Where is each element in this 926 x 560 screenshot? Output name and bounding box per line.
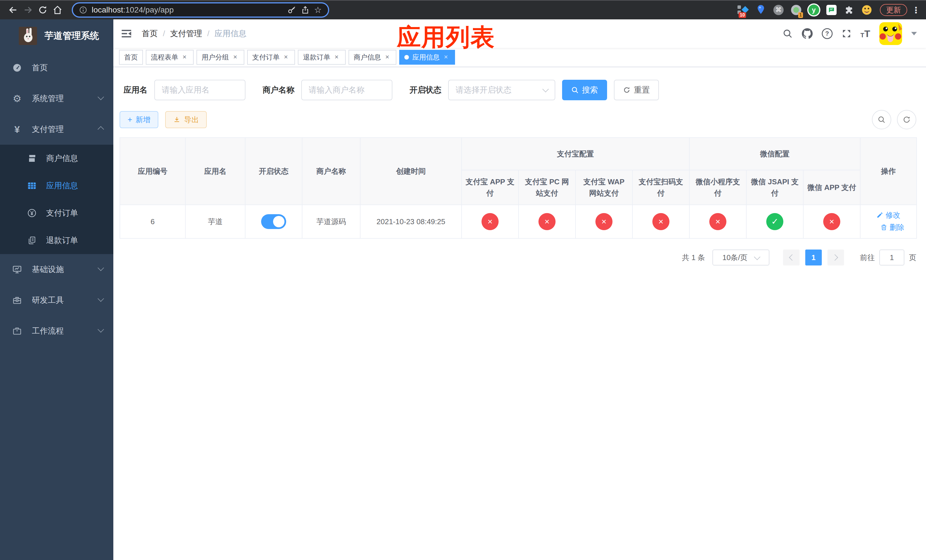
cell-alipay-qr: × xyxy=(632,205,689,238)
command-extension-icon[interactable]: ⌘ xyxy=(773,4,784,16)
rabbit-logo-icon xyxy=(19,27,37,45)
breadcrumb-separator: / xyxy=(207,29,210,38)
cross-circle-icon: × xyxy=(709,213,726,230)
next-page-button[interactable] xyxy=(828,250,844,265)
font-size-icon[interactable]: TT xyxy=(861,29,870,38)
chevron-down-icon xyxy=(98,295,104,302)
chevron-left-icon xyxy=(789,254,796,261)
breadcrumb-separator: / xyxy=(163,29,165,38)
plus-icon: + xyxy=(127,116,132,124)
goto-page-input[interactable] xyxy=(879,250,904,265)
emoji-avatar-icon[interactable] xyxy=(861,4,873,16)
column-header-merchant: 商户名称 xyxy=(302,138,360,205)
breadcrumb-payment[interactable]: 支付管理 xyxy=(170,28,202,39)
cell-alipay-pc: × xyxy=(519,205,575,238)
sidebar-item-payment[interactable]: ¥ 支付管理 xyxy=(0,114,113,145)
status-select[interactable] xyxy=(448,80,555,100)
sidebar-item-workflow[interactable]: 工作流程 xyxy=(0,316,113,347)
browser-update-button[interactable]: 更新 xyxy=(880,4,907,16)
help-icon[interactable]: ? xyxy=(822,28,832,39)
close-icon[interactable]: × xyxy=(383,53,391,61)
pin-extension-icon[interactable]: 10 xyxy=(737,4,749,16)
chevron-right-icon xyxy=(832,254,838,261)
search-icon xyxy=(878,116,885,124)
dashboard-icon xyxy=(12,63,22,73)
tag-merchant-info[interactable]: 商户信息× xyxy=(348,50,396,65)
fullscreen-icon[interactable] xyxy=(842,29,851,38)
url-text[interactable]: localhost:1024/pay/app xyxy=(92,5,174,15)
extension-icons: 10 ⌘ 1 y xyxy=(737,4,873,16)
close-icon[interactable]: × xyxy=(442,53,450,61)
browser-forward-button[interactable] xyxy=(21,3,35,17)
browser-home-button[interactable] xyxy=(50,3,65,17)
bookmark-star-icon[interactable]: ☆ xyxy=(314,6,322,14)
extensions-puzzle-icon[interactable] xyxy=(843,4,855,16)
share-icon[interactable] xyxy=(301,6,310,14)
sidebar-item-merchant-info[interactable]: 商户信息 xyxy=(0,145,113,172)
balloon-extension-icon[interactable] xyxy=(755,4,767,16)
cell-app-id: 6 xyxy=(120,205,185,238)
download-icon xyxy=(173,116,180,123)
breadcrumb-home[interactable]: 首页 xyxy=(142,28,158,39)
sidebar-item-refund-orders[interactable]: 退款订单 xyxy=(0,227,113,254)
github-icon[interactable] xyxy=(802,28,813,39)
column-header-status: 开启状态 xyxy=(245,138,302,205)
merchant-name-label: 商户名称 xyxy=(263,85,294,95)
add-button[interactable]: + 新增 xyxy=(120,111,158,128)
search-form: 应用名 商户名称 开启状态 xyxy=(124,80,916,100)
status-toggle[interactable] xyxy=(261,214,286,229)
site-info-icon[interactable] xyxy=(79,6,87,14)
browser-back-button[interactable] xyxy=(6,3,21,17)
address-bar[interactable]: localhost:1024/pay/app ☆ xyxy=(72,2,329,18)
tag-app-info[interactable]: 应用信息× xyxy=(399,50,455,65)
export-button[interactable]: 导出 xyxy=(165,111,207,128)
sidebar-item-infrastructure[interactable]: 基础设施 xyxy=(0,254,113,285)
user-avatar[interactable] xyxy=(879,22,902,45)
sidebar-item-app-info[interactable]: 应用信息 xyxy=(0,172,113,200)
toggle-search-button[interactable] xyxy=(872,110,891,129)
search-button[interactable]: 搜索 xyxy=(562,80,607,100)
refresh-table-button[interactable] xyxy=(897,110,916,129)
avatar-caret-icon[interactable] xyxy=(911,32,917,35)
current-page[interactable]: 1 xyxy=(805,250,822,265)
sidebar-item-pay-orders[interactable]: 支付订单 xyxy=(0,200,113,227)
sidebar-item-system[interactable]: ⚙ 系统管理 xyxy=(0,83,113,114)
tag-process-form[interactable]: 流程表单× xyxy=(146,50,194,65)
tag-home[interactable]: 首页 xyxy=(119,50,143,65)
close-icon[interactable]: × xyxy=(180,53,189,61)
chevron-up-icon xyxy=(98,126,104,133)
chat-extension-icon[interactable] xyxy=(826,4,837,16)
close-icon[interactable]: × xyxy=(282,53,290,61)
close-icon[interactable]: × xyxy=(333,53,340,61)
tag-pay-orders[interactable]: 支付订单× xyxy=(247,50,295,65)
sidebar-collapse-icon[interactable] xyxy=(121,28,132,39)
chevron-down-icon xyxy=(98,265,104,271)
delete-link[interactable]: 删除 xyxy=(881,222,904,233)
column-header-actions: 操作 xyxy=(860,138,917,205)
tag-refund-orders[interactable]: 退款订单× xyxy=(298,50,346,65)
edit-pencil-icon xyxy=(876,212,883,218)
gear-icon: ⚙ xyxy=(12,94,22,103)
proxy-extension-icon[interactable]: 1 xyxy=(790,4,802,16)
sidebar-logo[interactable]: 芋道管理系统 xyxy=(0,20,113,52)
reset-button[interactable]: 重置 xyxy=(614,80,659,100)
password-key-icon[interactable] xyxy=(287,5,297,15)
merchant-name-input[interactable] xyxy=(301,80,392,100)
sidebar-item-home[interactable]: 首页 xyxy=(0,52,113,83)
browser-reload-button[interactable] xyxy=(35,3,50,17)
cell-wechat-jsapi: ✓ xyxy=(746,205,803,238)
sidebar-item-dev-tools[interactable]: 研发工具 xyxy=(0,285,113,316)
y-extension-icon[interactable]: y xyxy=(808,4,820,16)
header-search-icon[interactable] xyxy=(782,29,793,39)
close-icon[interactable]: × xyxy=(231,53,239,61)
app-name-input[interactable] xyxy=(154,80,245,100)
app-title: 芋道管理系统 xyxy=(44,30,99,42)
edit-link[interactable]: 修改 xyxy=(876,209,900,221)
prev-page-button[interactable] xyxy=(783,250,800,265)
tag-user-group[interactable]: 用户分组× xyxy=(197,50,244,65)
top-navbar: 首页 / 支付管理 / 应用信息 ? xyxy=(113,20,926,48)
column-header-app-name: 应用名 xyxy=(185,138,245,205)
page-size-select[interactable]: 10条/页 xyxy=(713,250,769,265)
browser-menu-icon[interactable]: ⋮ xyxy=(912,5,920,15)
column-header-created: 创建时间 xyxy=(360,138,461,205)
